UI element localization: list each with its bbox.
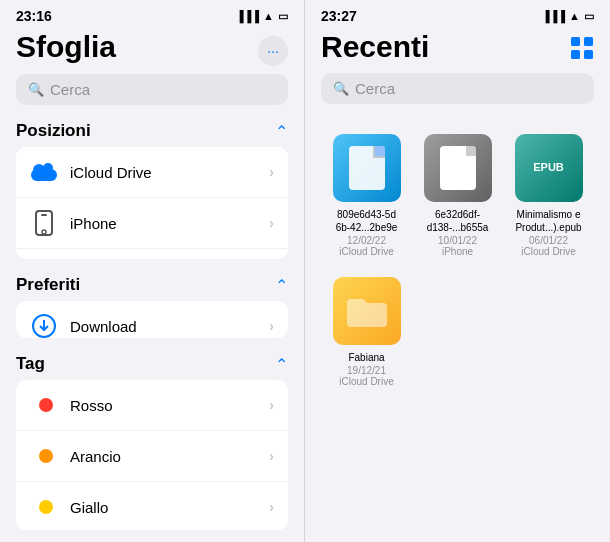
file-name-4: Fabiana — [348, 351, 384, 364]
iphone-icon — [30, 209, 58, 237]
iphone-chevron: › — [269, 215, 274, 231]
tag-yellow-icon — [30, 493, 58, 521]
search-icon-right: 🔍 — [333, 81, 349, 96]
icloud-icon — [30, 158, 58, 186]
time-left: 23:16 — [16, 8, 52, 24]
preferiti-list: Download › — [16, 301, 288, 338]
section-title-posizioni: Posizioni — [16, 121, 91, 141]
tag-yellow-label: Giallo — [70, 499, 269, 516]
header-right: Recenti — [305, 28, 610, 73]
page-title-sfoglia: Sfoglia — [16, 30, 116, 64]
battery-icon-right: ▭ — [584, 10, 594, 23]
section-title-preferiti: Preferiti — [16, 275, 80, 295]
section-header-tag: Tag ⌃ — [0, 350, 304, 380]
download-chevron: › — [269, 318, 274, 334]
svg-point-4 — [42, 230, 46, 234]
file-thumbnail-3: EPUB — [515, 134, 583, 202]
svg-rect-17 — [584, 50, 593, 59]
signal-icons-left: ▐▐▐ ▲ ▭ — [236, 10, 288, 23]
iphone-label: iPhone — [70, 215, 269, 232]
search-icon-left: 🔍 — [28, 82, 44, 97]
list-item-trash[interactable]: Eliminati di recente › — [16, 249, 288, 259]
tag-orange-icon — [30, 442, 58, 470]
svg-point-2 — [43, 163, 53, 173]
download-label: Download — [70, 318, 269, 335]
file-thumbnail-4 — [333, 277, 401, 345]
file-name-3: Minimalismo eProdut...).epub — [515, 208, 581, 234]
svg-rect-15 — [584, 37, 593, 46]
search-placeholder-left: Cerca — [50, 81, 90, 98]
tag-red-label: Rosso — [70, 397, 269, 414]
wifi-icon: ▲ — [263, 10, 274, 22]
file-name-1: 809e6d43-5d6b-42...2be9e — [336, 208, 398, 234]
list-item-giallo[interactable]: Giallo › — [16, 482, 288, 530]
file-thumbnail-1 — [333, 134, 401, 202]
tag-yellow-chevron: › — [269, 499, 274, 515]
list-item-iphone[interactable]: iPhone › — [16, 198, 288, 249]
tag-red-icon — [30, 391, 58, 419]
file-date-3: 06/01/22 — [529, 235, 568, 246]
icloud-chevron: › — [269, 164, 274, 180]
search-bar-left[interactable]: 🔍 Cerca — [16, 74, 288, 105]
file-date-4: 19/12/21 — [347, 365, 386, 376]
file-date-2: 10/01/22 — [438, 235, 477, 246]
left-panel: 23:16 ▐▐▐ ▲ ▭ Sfoglia ··· 🔍 Cerca Posizi… — [0, 0, 305, 542]
search-placeholder-right: Cerca — [355, 80, 395, 97]
right-panel: 23:27 ▐▐▐ ▲ ▭ Recenti 🔍 Cerca — [305, 0, 610, 542]
page-title-recenti: Recenti — [321, 30, 429, 64]
file-item-4[interactable]: Fabiana 19/12/21 iCloud Drive — [321, 267, 412, 397]
chevron-preferiti: ⌃ — [275, 276, 288, 295]
grid-view-button[interactable] — [570, 36, 594, 65]
file-date-1: 12/02/22 — [347, 235, 386, 246]
epub-icon: EPUB — [533, 161, 564, 174]
file-item-1[interactable]: 809e6d43-5d6b-42...2be9e 12/02/22 iCloud… — [321, 124, 412, 267]
signal-icon-right: ▐▐▐ — [542, 10, 565, 22]
svg-point-1 — [33, 164, 45, 176]
header-left: Sfoglia ··· — [0, 28, 304, 74]
svg-rect-14 — [571, 37, 580, 46]
list-item-icloud[interactable]: iCloud Drive › — [16, 147, 288, 198]
files-grid: 809e6d43-5d6b-42...2be9e 12/02/22 iCloud… — [305, 116, 610, 405]
battery-icon: ▭ — [278, 10, 288, 23]
file-source-1: iCloud Drive — [339, 246, 393, 257]
section-title-tag: Tag — [16, 354, 45, 374]
download-icon — [30, 312, 58, 338]
file-name-2: 6e32d6df-d138-...b655a — [427, 208, 489, 234]
time-right: 23:27 — [321, 8, 357, 24]
file-item-3[interactable]: EPUB Minimalismo eProdut...).epub 06/01/… — [503, 124, 594, 267]
file-source-3: iCloud Drive — [521, 246, 575, 257]
file-source-4: iCloud Drive — [339, 376, 393, 387]
icloud-label: iCloud Drive — [70, 164, 269, 181]
tag-red-chevron: › — [269, 397, 274, 413]
status-bar-right: 23:27 ▐▐▐ ▲ ▭ — [305, 0, 610, 28]
chevron-tag: ⌃ — [275, 355, 288, 374]
doc-icon-1 — [349, 146, 385, 190]
section-header-preferiti: Preferiti ⌃ — [0, 271, 304, 301]
tag-orange-chevron: › — [269, 448, 274, 464]
file-item-2[interactable]: 6e32d6df-d138-...b655a 10/01/22 iPhone — [412, 124, 503, 267]
status-bar-left: 23:16 ▐▐▐ ▲ ▭ — [0, 0, 304, 28]
wifi-icon-right: ▲ — [569, 10, 580, 22]
svg-rect-16 — [571, 50, 580, 59]
tag-orange-label: Arancio — [70, 448, 269, 465]
file-thumbnail-2 — [424, 134, 492, 202]
list-item-rosso[interactable]: Rosso › — [16, 380, 288, 431]
list-item-download[interactable]: Download › — [16, 301, 288, 338]
chevron-posizioni: ⌃ — [275, 122, 288, 141]
file-source-2: iPhone — [442, 246, 473, 257]
search-bar-right[interactable]: 🔍 Cerca — [321, 73, 594, 104]
svg-rect-5 — [41, 214, 47, 216]
section-header-posizioni: Posizioni ⌃ — [0, 117, 304, 147]
signal-icons-right: ▐▐▐ ▲ ▭ — [542, 10, 594, 23]
list-item-arancio[interactable]: Arancio › — [16, 431, 288, 482]
more-button[interactable]: ··· — [258, 36, 288, 66]
signal-icon: ▐▐▐ — [236, 10, 259, 22]
more-icon: ··· — [267, 43, 279, 59]
posizioni-list: iCloud Drive › iPhone › — [16, 147, 288, 259]
tag-list: Rosso › Arancio › Giallo › Verde › — [16, 380, 288, 530]
